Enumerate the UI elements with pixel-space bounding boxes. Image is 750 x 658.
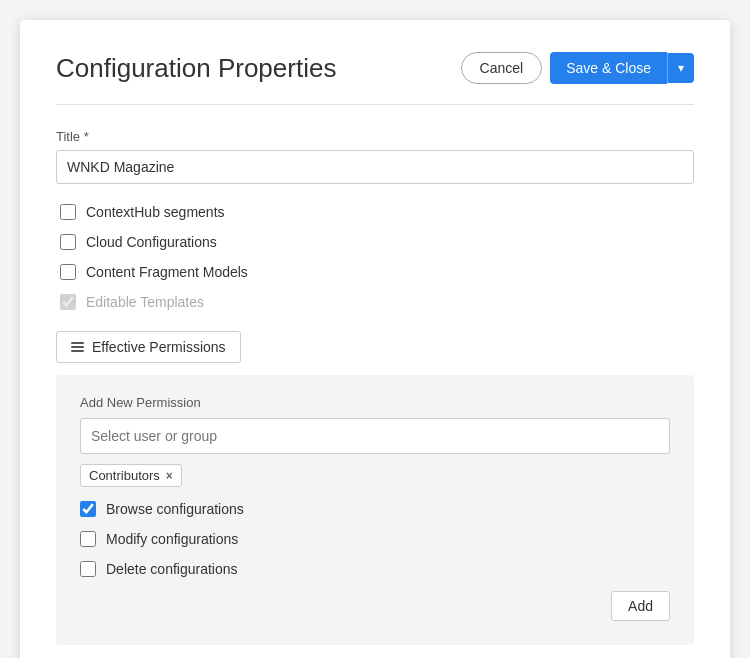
effective-permissions-button[interactable]: Effective Permissions	[56, 331, 241, 363]
user-group-select[interactable]	[80, 418, 670, 454]
modify-config-label[interactable]: Modify configurations	[106, 531, 238, 547]
list-icon	[71, 342, 84, 352]
save-dropdown-button[interactable]: ▾	[667, 53, 694, 83]
editable-templates-label: Editable Templates	[86, 294, 204, 310]
chevron-down-icon: ▾	[678, 61, 684, 75]
tag-close-button[interactable]: ×	[166, 469, 173, 483]
effective-permissions-label: Effective Permissions	[92, 339, 226, 355]
cloud-config-checkbox-row: Cloud Configurations	[60, 234, 694, 250]
contexthub-label[interactable]: ContextHub segments	[86, 204, 225, 220]
editable-templates-checkbox-row: Editable Templates	[60, 294, 694, 310]
header-actions: Cancel Save & Close ▾	[461, 52, 694, 84]
contexthub-checkbox-row: ContextHub segments	[60, 204, 694, 220]
title-field-section: Title *	[56, 129, 694, 184]
modify-config-checkbox[interactable]	[80, 531, 96, 547]
permission-checkboxes: Browse configurations Modify configurati…	[80, 501, 670, 577]
selected-tags: Contributors ×	[80, 464, 670, 487]
permissions-panel: Add New Permission Contributors × Browse…	[56, 375, 694, 645]
editable-templates-checkbox	[60, 294, 76, 310]
delete-config-row: Delete configurations	[80, 561, 670, 577]
options-checkboxes: ContextHub segments Cloud Configurations…	[56, 204, 694, 310]
add-permission-button[interactable]: Add	[611, 591, 670, 621]
title-label: Title *	[56, 129, 694, 144]
tag-label: Contributors	[89, 468, 160, 483]
cancel-button[interactable]: Cancel	[461, 52, 543, 84]
content-fragment-checkbox-row: Content Fragment Models	[60, 264, 694, 280]
modal-header: Configuration Properties Cancel Save & C…	[56, 52, 694, 84]
cloud-config-label[interactable]: Cloud Configurations	[86, 234, 217, 250]
delete-config-label[interactable]: Delete configurations	[106, 561, 238, 577]
title-input[interactable]	[56, 150, 694, 184]
header-divider	[56, 104, 694, 105]
configuration-properties-modal: Configuration Properties Cancel Save & C…	[20, 20, 730, 658]
browse-config-row: Browse configurations	[80, 501, 670, 517]
modal-title: Configuration Properties	[56, 53, 336, 84]
modify-config-row: Modify configurations	[80, 531, 670, 547]
effective-permissions-section: Effective Permissions Add New Permission…	[56, 330, 694, 645]
contexthub-checkbox[interactable]	[60, 204, 76, 220]
content-fragment-label[interactable]: Content Fragment Models	[86, 264, 248, 280]
contributors-tag: Contributors ×	[80, 464, 182, 487]
browse-config-checkbox[interactable]	[80, 501, 96, 517]
delete-config-checkbox[interactable]	[80, 561, 96, 577]
add-button-row: Add	[80, 591, 670, 621]
content-fragment-checkbox[interactable]	[60, 264, 76, 280]
cloud-config-checkbox[interactable]	[60, 234, 76, 250]
browse-config-label[interactable]: Browse configurations	[106, 501, 244, 517]
save-close-button[interactable]: Save & Close	[550, 52, 667, 84]
add-permission-label: Add New Permission	[80, 395, 670, 410]
